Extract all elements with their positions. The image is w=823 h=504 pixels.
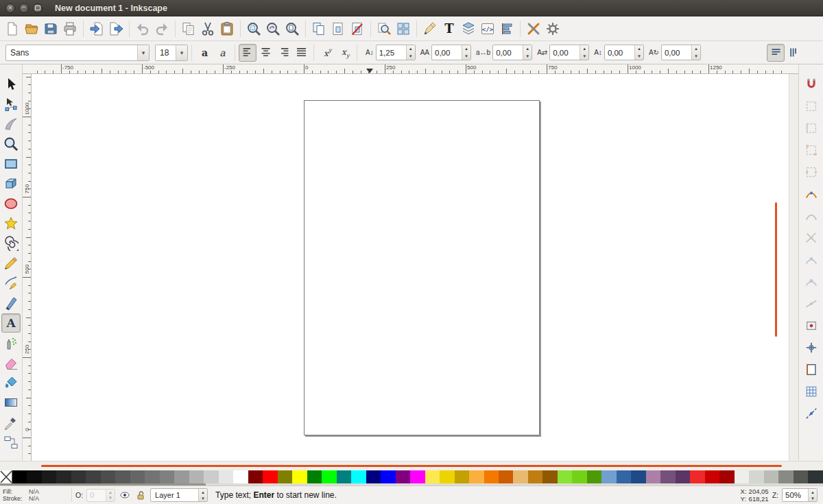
spinner-arrows[interactable] [808, 489, 817, 501]
star-tool-button[interactable] [1, 214, 21, 233]
spinner-arrows[interactable] [462, 45, 470, 60]
align-right-button[interactable] [274, 44, 292, 62]
palette-swatch[interactable] [204, 470, 218, 483]
palette-swatch[interactable] [189, 470, 204, 483]
layer-select[interactable]: Layer 1 [150, 488, 208, 502]
connector-tool-button[interactable] [1, 433, 21, 452]
unlink-clone-button[interactable] [348, 19, 367, 38]
bucket-tool-button[interactable] [1, 373, 21, 392]
snap-bbox-edge-midpoints-button[interactable] [802, 163, 820, 181]
palette-swatch[interactable] [528, 470, 542, 483]
no-color-swatch[interactable] [0, 470, 12, 483]
close-button[interactable] [5, 3, 15, 13]
palette-swatch[interactable] [278, 470, 292, 483]
palette-swatch[interactable] [558, 470, 572, 483]
palette-swatch[interactable] [174, 470, 189, 483]
vertical-scrollbar-track[interactable] [789, 74, 798, 461]
create-clone-button[interactable] [329, 19, 348, 38]
calligraphy-tool-button[interactable] [1, 293, 21, 313]
chevron-down-icon[interactable] [137, 45, 149, 60]
palette-swatch[interactable] [601, 470, 616, 483]
zoom-selection-button[interactable] [244, 19, 263, 38]
palette-swatch[interactable] [292, 470, 307, 483]
document-new-button[interactable] [3, 19, 22, 38]
fill-stroke-dialog-button[interactable] [420, 19, 440, 38]
palette-swatch[interactable] [660, 470, 675, 483]
palette-swatch[interactable] [778, 470, 793, 483]
xml-editor-button[interactable]: </> [478, 19, 497, 38]
palette-swatch[interactable] [794, 470, 808, 483]
palette-swatch[interactable] [233, 470, 248, 483]
maximize-button[interactable] [33, 3, 43, 13]
letter-spacing-spinner[interactable]: 0,00 [431, 45, 471, 60]
palette-swatch[interactable] [396, 470, 410, 483]
palette-swatch[interactable] [455, 470, 469, 483]
duplicate-button[interactable] [309, 19, 329, 38]
opacity-spinner[interactable]: 0 [86, 489, 115, 502]
snap-bounding-box-button[interactable] [802, 97, 820, 115]
palette-swatch[interactable] [307, 470, 322, 483]
palette-swatch[interactable] [749, 470, 763, 483]
palette-swatch[interactable] [322, 470, 336, 483]
snap-enable-button[interactable] [802, 75, 820, 93]
layer-visibility-toggle[interactable] [119, 489, 131, 501]
palette-swatch[interactable] [705, 470, 719, 483]
palette-swatch[interactable] [101, 470, 115, 483]
ellipse-tool-button[interactable] [1, 194, 21, 213]
palette-swatch[interactable] [764, 470, 778, 483]
selector-tool-button[interactable] [1, 75, 21, 94]
palette-swatch[interactable] [676, 470, 690, 483]
minimize-button[interactable] [19, 3, 29, 13]
find-replace-button[interactable] [374, 19, 394, 38]
italic-button[interactable]: a [213, 44, 231, 62]
vertical-kerning-spinner[interactable]: 0,00 [604, 45, 644, 60]
chevron-down-icon[interactable] [176, 45, 187, 60]
snap-guides-button[interactable] [802, 405, 820, 422]
snap-grid-button[interactable] [802, 383, 820, 400]
snap-path-intersections-button[interactable] [802, 229, 820, 247]
preferences-button[interactable] [524, 19, 543, 38]
palette-swatch[interactable] [440, 470, 454, 483]
document-open-button[interactable] [22, 19, 41, 38]
palette-swatch[interactable] [469, 470, 484, 483]
canvas[interactable] [32, 74, 789, 461]
palette-swatch[interactable] [337, 470, 351, 483]
palette-swatch[interactable] [115, 470, 130, 483]
palette-swatch[interactable] [690, 470, 704, 483]
palette-swatch[interactable] [42, 470, 56, 483]
palette-swatch[interactable] [12, 470, 27, 483]
document-print-button[interactable] [60, 19, 80, 38]
palette-swatch[interactable] [808, 470, 822, 483]
pencil-tool-button[interactable] [1, 254, 21, 273]
eraser-tool-button[interactable] [1, 353, 21, 372]
spiral-tool-button[interactable] [1, 234, 21, 253]
snap-bbox-corners-button[interactable] [802, 141, 820, 159]
palette-swatch[interactable] [572, 470, 586, 483]
document-properties-button[interactable] [543, 19, 562, 38]
undo-button[interactable] [133, 19, 152, 38]
vertical-scrollbar-thumb[interactable] [775, 202, 777, 337]
palette-swatch[interactable] [56, 470, 71, 483]
font-family-select[interactable]: Sans [5, 45, 150, 61]
rectangle-tool-button[interactable] [1, 154, 21, 173]
palette-swatch[interactable] [617, 470, 631, 483]
spray-tool-button[interactable] [1, 333, 21, 352]
horizontal-ruler[interactable]: -750-500-250025050075010001250 [23, 64, 798, 74]
horizontal-scrollbar-track[interactable] [0, 461, 823, 470]
palette-swatch[interactable] [425, 470, 440, 483]
tweak-tool-button[interactable] [1, 115, 21, 134]
spinner-arrows[interactable] [634, 45, 643, 60]
pen-tool-button[interactable] [1, 274, 21, 293]
import-button[interactable] [87, 19, 106, 38]
horizontal-scrollbar-thumb[interactable] [41, 465, 782, 467]
palette-swatch[interactable] [646, 470, 660, 483]
palette-swatch[interactable] [587, 470, 601, 483]
spinner-arrows[interactable] [523, 45, 532, 60]
palette-swatch[interactable] [366, 470, 381, 483]
layers-dialog-button[interactable] [459, 19, 478, 38]
spinner-arrows[interactable] [406, 45, 415, 60]
gradient-tool-button[interactable] [1, 393, 21, 412]
palette-swatch[interactable] [719, 470, 734, 483]
text-dialog-button[interactable]: T [440, 19, 459, 38]
palette-swatch[interactable] [631, 470, 645, 483]
